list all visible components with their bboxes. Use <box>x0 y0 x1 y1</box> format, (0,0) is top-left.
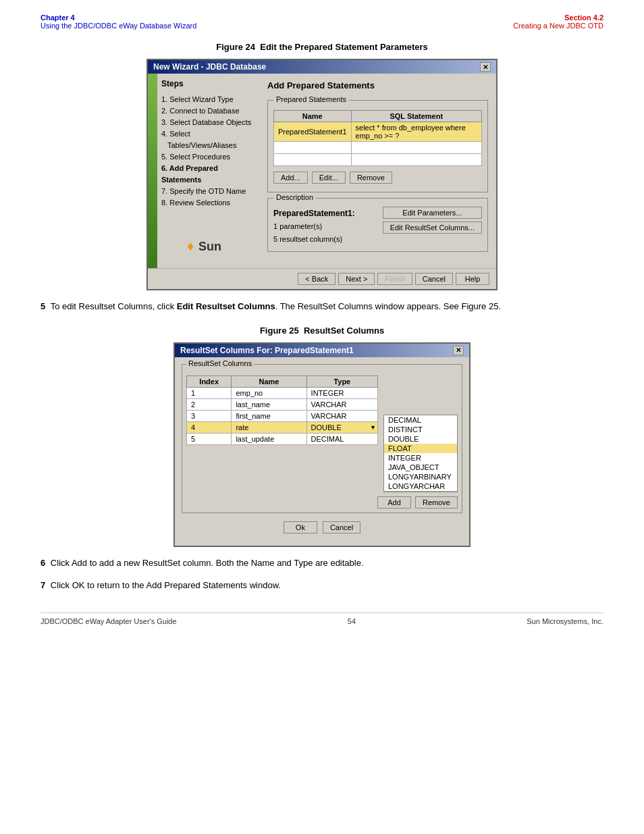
dialog24-close-button[interactable]: ✕ <box>480 62 491 72</box>
rs-idx-2: 2 <box>187 398 232 410</box>
figure24-dialog: New Wizard - JDBC Database ✕ Steps 1. Se… <box>146 59 498 290</box>
rs-row-5[interactable]: 5 last_update DECIMAL <box>187 433 378 444</box>
next-button[interactable]: Next > <box>338 273 375 285</box>
rs-name-3[interactable]: first_name <box>232 410 306 421</box>
dd-decimal[interactable]: DECIMAL <box>384 415 457 425</box>
rs-name-2[interactable]: last_name <box>232 398 306 410</box>
dialog25-title: ResultSet Columns For: PreparedStatement… <box>180 346 354 355</box>
page-header: Chapter 4 Using the JDBC/ODBC eWay Datab… <box>41 14 603 30</box>
step6-num: 6 <box>41 558 45 568</box>
prepared-statements-group: Prepared Statements Name SQL Statement P… <box>267 100 488 192</box>
table-row-empty1 <box>274 142 482 154</box>
rs-name-1[interactable]: emp_no <box>232 387 306 398</box>
desc-resultset: 5 resultset column(s) <box>273 233 355 246</box>
rs-row-2[interactable]: 2 last_name VARCHAR <box>187 398 378 410</box>
instruction7-text: Click OK to return to the Add Prepared S… <box>51 580 281 590</box>
rs-type-5[interactable]: DECIMAL <box>306 433 377 444</box>
svg-text:♦: ♦ <box>187 238 194 253</box>
steps-panel: Steps 1. Select Wizard Type 2. Connect t… <box>148 74 259 268</box>
rs-cancel-button[interactable]: Cancel <box>323 521 360 533</box>
rs-row-1[interactable]: 1 emp_no INTEGER <box>187 387 378 398</box>
rs-row-3[interactable]: 3 first_name VARCHAR <box>187 410 378 421</box>
desc-params: 1 parameter(s) <box>273 220 355 233</box>
content-title: Add Prepared Statements <box>267 80 488 90</box>
row-name[interactable]: PreparedStatement1 <box>274 122 352 142</box>
rs-btn-row: Add Remove <box>186 496 458 509</box>
steps-title: Steps <box>161 79 255 88</box>
rs-remove-button[interactable]: Remove <box>415 496 458 509</box>
rs-col-index: Index <box>187 375 232 387</box>
rs-type-4[interactable]: DOUBLE▼ <box>306 421 377 433</box>
rs-type-1[interactable]: INTEGER <box>306 387 377 398</box>
dd-distinct[interactable]: DISTINCT <box>384 425 457 434</box>
dialog25-body: ResultSet Columns Index Name Type <box>175 357 469 546</box>
rs-idx-1: 1 <box>187 387 232 398</box>
step5-num: 5 <box>41 301 45 311</box>
prepared-statements-title: Prepared Statements <box>273 95 349 103</box>
header-left: Chapter 4 Using the JDBC/ODBC eWay Datab… <box>41 14 196 30</box>
instruction5-bold: Edit Resultset Columns <box>177 301 275 311</box>
sun-logo: ♦ Sun <box>161 229 255 263</box>
svg-text:Sun: Sun <box>198 240 221 253</box>
header-right: Section 4.2 Creating a New JDBC OTD <box>513 14 603 30</box>
instruction7: 7 Click OK to return to the Add Prepared… <box>41 579 603 592</box>
footer-left: JDBC/ODBC eWay Adapter User's Guide <box>41 617 177 625</box>
rs-idx-3: 3 <box>187 410 232 421</box>
col-name-header: Name <box>274 111 352 122</box>
dialog25-titlebar: ResultSet Columns For: PreparedStatement… <box>175 344 469 357</box>
dialog24-titlebar: New Wizard - JDBC Database ✕ <box>148 60 496 74</box>
desc-name: PreparedStatement1: <box>273 207 355 220</box>
rs-idx-4: 4 <box>187 421 232 433</box>
back-button[interactable]: < Back <box>298 273 336 285</box>
rs-footer: Ok Cancel <box>182 517 462 539</box>
dd-java-object[interactable]: JAVA_OBJECT <box>384 463 457 472</box>
rs-row-4[interactable]: 4 rate DOUBLE▼ <box>187 421 378 433</box>
rs-name-4[interactable]: rate <box>232 421 306 433</box>
table-row[interactable]: PreparedStatement1 select * from db_empl… <box>274 122 482 142</box>
add-button[interactable]: Add... <box>273 172 308 184</box>
step-3: 3. Select Database Objects <box>161 117 255 128</box>
dialog25-close-button[interactable]: ✕ <box>453 346 464 355</box>
desc-text: PreparedStatement1: 1 parameter(s) 5 res… <box>273 207 355 246</box>
prepared-statements-table: Name SQL Statement PreparedStatement1 se… <box>273 110 482 166</box>
edit-resultset-button[interactable]: Edit ResultSet Columns... <box>383 221 482 234</box>
finish-button[interactable]: Finish <box>377 273 412 285</box>
green-sidebar <box>148 74 157 268</box>
dd-double[interactable]: DOUBLE <box>384 434 457 444</box>
dd-float[interactable]: FLOAT <box>384 444 457 453</box>
dd-longyarchar[interactable]: LONGYARCHAR <box>384 481 457 492</box>
rs-type-2[interactable]: VARCHAR <box>306 398 377 410</box>
section-subtitle: Creating a New JDBC OTD <box>513 22 603 30</box>
rs-ok-button[interactable]: Ok <box>284 521 317 533</box>
rs-add-button[interactable]: Add <box>377 496 411 509</box>
content-panel: Add Prepared Statements Prepared Stateme… <box>259 74 496 268</box>
step-7: 7. Specify the OTD Name <box>161 186 255 197</box>
dd-longyarbinary[interactable]: LONGYARBINARY <box>384 472 457 481</box>
rs-type-3[interactable]: VARCHAR <box>306 410 377 421</box>
instruction5-text1: To edit Resultset Columns, click <box>51 301 177 311</box>
help-button[interactable]: Help <box>456 273 489 285</box>
ps-button-row: Add... Edit... Remove <box>273 172 482 184</box>
rs-table: Index Name Type 1 emp_no INTEGER <box>186 375 378 445</box>
dd-integer[interactable]: INTEGER <box>384 453 457 463</box>
desc-buttons: Edit Parameters... Edit ResultSet Column… <box>383 207 482 234</box>
step-2: 2. Connect to Database <box>161 105 255 117</box>
step-4: 4. Select Tables/Views/Aliases <box>161 128 255 151</box>
edit-parameters-button[interactable]: Edit Parameters... <box>383 207 482 219</box>
edit-button[interactable]: Edit... <box>312 172 346 184</box>
instruction5: 5 To edit Resultset Columns, click Edit … <box>41 300 603 313</box>
dialog24-body: Steps 1. Select Wizard Type 2. Connect t… <box>148 74 496 268</box>
col-sql-header: SQL Statement <box>351 111 481 122</box>
chapter-subtitle: Using the JDBC/ODBC eWay Database Wizard <box>41 22 196 30</box>
instruction6: 6 Click Add to add a new ResultSet colum… <box>41 556 603 570</box>
figure25-title: Figure 25 ResultSet Columns <box>41 325 603 336</box>
remove-button[interactable]: Remove <box>350 172 392 184</box>
step-6: 6. Add Prepared Statements <box>161 163 255 186</box>
dialog24-footer: < Back Next > Finish Cancel Help <box>148 268 496 289</box>
row-sql[interactable]: select * from db_employee where emp_no >… <box>351 122 481 142</box>
step7-num: 7 <box>41 580 45 590</box>
figure24-title: Figure 24 Edit the Prepared Statement Pa… <box>41 42 603 52</box>
cancel-button[interactable]: Cancel <box>415 273 453 285</box>
rs-columns-group: ResultSet Columns Index Name Type <box>182 364 462 513</box>
rs-name-5[interactable]: last_update <box>232 433 306 444</box>
